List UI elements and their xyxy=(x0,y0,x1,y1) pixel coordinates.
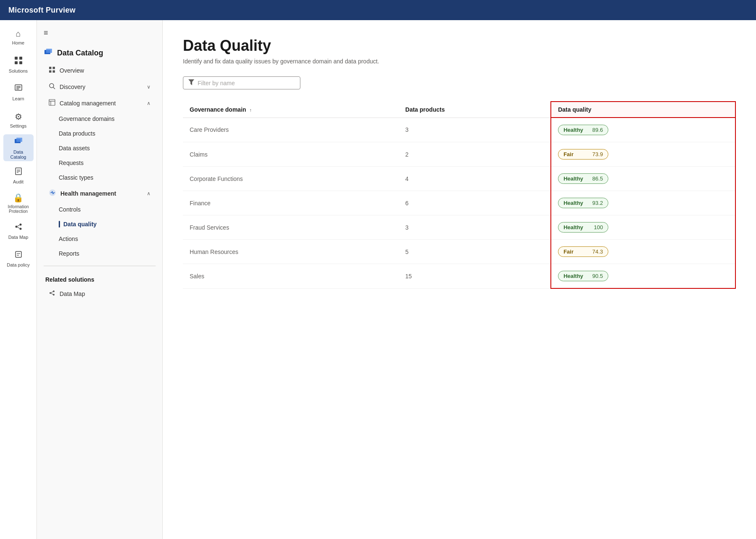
table-row[interactable]: Care Providers3Healthy89.6 xyxy=(183,118,735,142)
nav-item-data-assets-label: Data assets xyxy=(59,145,90,152)
svg-rect-3 xyxy=(19,61,22,64)
svg-point-36 xyxy=(53,294,55,296)
nav-item-discovery[interactable]: Discovery ∨ xyxy=(40,79,159,95)
filter-input[interactable] xyxy=(198,80,295,86)
table-row[interactable]: Finance6Healthy93.2 xyxy=(183,191,735,215)
table-row[interactable]: Corporate Functions4Healthy86.5 xyxy=(183,167,735,191)
active-indicator xyxy=(59,221,60,228)
table-row[interactable]: Fraud Services3Healthy100 xyxy=(183,215,735,240)
table-row[interactable]: Claims2Fair73.9 xyxy=(183,142,735,167)
nav-item-controls[interactable]: Controls xyxy=(40,202,159,217)
badge-score: 90.5 xyxy=(592,273,603,279)
catalog-management-chevron-icon: ∧ xyxy=(147,100,151,106)
badge-score: 100 xyxy=(594,224,603,230)
nav-item-classic-types[interactable]: Classic types xyxy=(40,170,159,185)
sidebar-item-data-map[interactable]: Data Map xyxy=(3,217,34,244)
cell-data-quality: Healthy100 xyxy=(551,215,735,240)
sidebar-item-settings[interactable]: ⚙ Settings xyxy=(3,107,34,133)
badge-label: Healthy xyxy=(563,200,583,206)
icon-sidebar: ⌂ Home Solutions Learn ⚙ Settings Data C… xyxy=(0,20,37,539)
sidebar-item-solutions[interactable]: Solutions xyxy=(3,51,34,78)
sidebar-item-data-policy-label: Data policy xyxy=(7,262,29,267)
nav-item-overview[interactable]: Overview xyxy=(40,63,159,78)
badge-label: Healthy xyxy=(563,273,583,279)
nav-item-requests-label: Requests xyxy=(59,160,83,166)
nav-item-data-products[interactable]: Data products xyxy=(40,126,159,141)
page-title: Data Quality xyxy=(183,37,736,55)
sidebar-item-data-policy[interactable]: Data policy xyxy=(3,245,34,272)
nav-item-discovery-label: Discovery xyxy=(60,84,85,90)
learn-icon xyxy=(14,84,23,94)
table-row[interactable]: Sales15Healthy90.5 xyxy=(183,264,735,289)
svg-rect-2 xyxy=(15,61,18,64)
sidebar-item-learn[interactable]: Learn xyxy=(3,79,34,106)
hamburger-menu[interactable]: ≡ xyxy=(44,29,48,37)
badge-label: Fair xyxy=(563,151,574,157)
nav-item-classic-types-label: Classic types xyxy=(59,174,93,181)
cell-data-quality: Healthy93.2 xyxy=(551,191,735,215)
quality-badge: Healthy86.5 xyxy=(558,173,608,184)
svg-rect-9 xyxy=(16,138,22,142)
cell-data-quality: Fair73.9 xyxy=(551,142,735,167)
nav-item-reports-label: Reports xyxy=(59,250,79,257)
quality-badge: Healthy90.5 xyxy=(558,271,608,281)
sidebar-item-data-map-label: Data Map xyxy=(8,235,29,240)
topbar: Microsoft Purview xyxy=(0,0,756,20)
svg-point-16 xyxy=(19,228,21,230)
svg-point-14 xyxy=(15,225,17,228)
nav-item-data-assets[interactable]: Data assets xyxy=(40,141,159,155)
badge-score: 89.6 xyxy=(592,127,603,133)
sidebar-item-home[interactable]: ⌂ Home xyxy=(3,24,34,50)
nav-item-governance-domains[interactable]: Governance domains xyxy=(40,112,159,126)
cell-governance-domain: Sales xyxy=(183,264,399,289)
svg-marker-39 xyxy=(188,79,194,85)
svg-point-34 xyxy=(50,292,51,294)
data-policy-icon xyxy=(14,250,23,261)
sidebar-item-solutions-label: Solutions xyxy=(9,68,28,73)
nav-sidebar: ≡ Data Catalog Overview Discovery ∨ xyxy=(37,20,163,539)
cell-data-products: 3 xyxy=(399,215,551,240)
nav-item-catalog-management[interactable]: Catalog management ∧ xyxy=(40,95,159,111)
sidebar-item-information-protection[interactable]: 🔒 Information Protection xyxy=(3,190,34,217)
sidebar-item-learn-label: Learn xyxy=(12,96,24,101)
svg-rect-25 xyxy=(53,67,55,69)
badge-score: 74.3 xyxy=(592,249,603,255)
nav-item-health-management[interactable]: Health management ∧ xyxy=(40,185,159,202)
filter-icon xyxy=(188,79,194,86)
nav-item-data-quality[interactable]: Data quality xyxy=(40,217,159,231)
sidebar-item-settings-label: Settings xyxy=(10,123,27,128)
sidebar-item-data-catalog[interactable]: Data Catalog xyxy=(3,134,34,161)
svg-point-15 xyxy=(19,223,21,225)
table-header-row: Governance domain ↑ Data products Data q… xyxy=(183,102,735,118)
nav-divider xyxy=(44,266,156,266)
nav-item-data-map-related[interactable]: Data Map xyxy=(40,286,159,302)
data-catalog-nav-icon xyxy=(44,47,53,59)
svg-rect-30 xyxy=(49,99,55,105)
svg-line-29 xyxy=(53,87,55,89)
filter-input-wrapper[interactable] xyxy=(183,76,300,89)
nav-item-requests[interactable]: Requests xyxy=(40,156,159,170)
svg-rect-24 xyxy=(49,67,52,69)
nav-item-actions-label: Actions xyxy=(59,235,78,242)
overview-icon xyxy=(49,66,55,75)
svg-rect-0 xyxy=(15,57,18,60)
nav-item-data-quality-label: Data quality xyxy=(63,221,96,228)
quality-badge: Healthy89.6 xyxy=(558,125,608,135)
home-icon: ⌂ xyxy=(16,29,21,39)
svg-line-18 xyxy=(17,227,19,228)
data-catalog-icon xyxy=(14,136,23,148)
audit-icon xyxy=(14,167,23,178)
solutions-icon xyxy=(14,56,23,67)
table-row[interactable]: Human Resources5Fair74.3 xyxy=(183,240,735,264)
nav-item-actions[interactable]: Actions xyxy=(40,232,159,246)
svg-line-17 xyxy=(17,225,19,226)
cell-data-quality: Fair74.3 xyxy=(551,240,735,264)
nav-item-data-products-label: Data products xyxy=(59,130,95,137)
badge-score: 73.9 xyxy=(592,151,603,157)
nav-item-overview-label: Overview xyxy=(60,67,84,74)
quality-badge: Healthy100 xyxy=(558,222,608,233)
sidebar-item-audit[interactable]: Audit xyxy=(3,162,34,189)
nav-item-reports[interactable]: Reports xyxy=(40,246,159,261)
cell-governance-domain: Fraud Services xyxy=(183,215,399,240)
discovery-icon xyxy=(49,83,55,91)
